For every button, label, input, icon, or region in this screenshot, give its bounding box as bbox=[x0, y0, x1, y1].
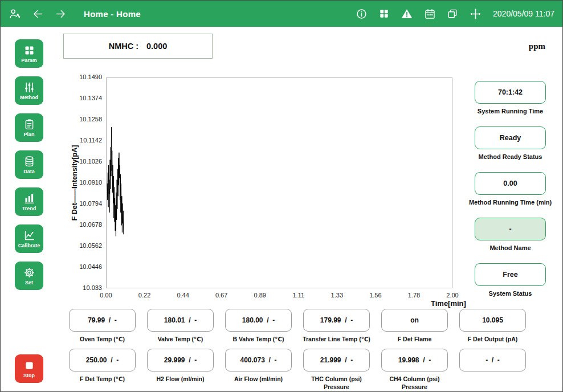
f-det-temp-value: 250.00 / - bbox=[69, 349, 136, 371]
y-tick-label: 10.1258 bbox=[79, 116, 102, 122]
y-tick-label: 10.033 bbox=[83, 284, 102, 291]
stop-button[interactable]: Stop bbox=[15, 354, 43, 383]
oven-temp-label: Oven Temp (℃) bbox=[80, 336, 125, 343]
windows-overlap-icon[interactable] bbox=[446, 7, 459, 20]
x-tick-label: 1.11 bbox=[292, 292, 304, 299]
ch4-column-pressure-label-2: Pressure bbox=[402, 383, 427, 391]
y-tick-label: 10.1142 bbox=[80, 137, 102, 144]
status-group-method-running-time: 0.00 Method Running Time (min) bbox=[475, 172, 546, 206]
forward-arrow-button[interactable] bbox=[54, 7, 67, 20]
main-content: NMHC : 0.000 ppm F Det——Intensity[pA] 10… bbox=[58, 27, 562, 391]
valve-temp-cell: 180.01 / - Valve Temp (℃) bbox=[147, 309, 214, 343]
sidebar-item-calibrate[interactable]: Calibrate bbox=[15, 224, 43, 253]
status-group-method-name: - Method Name bbox=[475, 218, 546, 251]
status-group-method-ready-status: Ready Method Ready Status bbox=[475, 126, 546, 160]
nmhc-label: NMHC : bbox=[109, 42, 138, 51]
y-tick-label: 10.0794 bbox=[79, 200, 102, 207]
method-name-value: - bbox=[475, 218, 546, 240]
air-flow-label: Air Flow (ml/min) bbox=[234, 375, 283, 383]
ch4-column-pressure-label: CH4 Column (psi) bbox=[389, 375, 439, 383]
nmhc-value: 0.000 bbox=[146, 42, 167, 51]
thc-column-pressure-label-2: Pressure bbox=[324, 383, 349, 391]
spare-value: - / - bbox=[459, 349, 526, 371]
move-cross-icon[interactable] bbox=[469, 7, 482, 20]
x-tick-label: 0.44 bbox=[177, 292, 189, 299]
x-tick-label: 1.33 bbox=[331, 292, 343, 299]
ch4-column-pressure-value: 19.998 / - bbox=[381, 349, 448, 371]
oven-temp-cell: 79.99 / - Oven Temp (℃) bbox=[69, 309, 136, 343]
unit-label: ppm bbox=[529, 42, 545, 51]
x-tick-label: 1.56 bbox=[369, 292, 381, 299]
y-tick-label: 10.1490 bbox=[79, 74, 102, 80]
sidebar-item-trend[interactable]: Trend bbox=[15, 187, 43, 216]
system-running-time-label: System Running Time bbox=[478, 108, 543, 115]
x-axis-ticks: 0.000.220.440.670.891.111.331.561.782.00 bbox=[106, 292, 452, 300]
h2-flow-cell: 29.999 / - H2 Flow (ml/min) bbox=[147, 349, 214, 391]
y-tick-label: 10.0446 bbox=[79, 263, 102, 270]
method-ready-status-value: Ready bbox=[475, 126, 546, 149]
method-name-label: Method Name bbox=[489, 244, 531, 251]
nmhc-reading-box: NMHC : 0.000 bbox=[63, 34, 213, 59]
bottom-row-2: 250.00 / - F Det Temp (℃) 29.999 / - H2 … bbox=[69, 349, 526, 391]
sidebar-item-data[interactable]: Data bbox=[15, 150, 43, 179]
top-bar: Home - Home bbox=[1, 1, 562, 27]
x-tick-label: 0.22 bbox=[138, 292, 150, 299]
chart-canvas bbox=[107, 78, 453, 289]
grid-apps-icon[interactable] bbox=[378, 7, 390, 20]
status-group-system-running-time: 70:1:42 System Running Time bbox=[475, 81, 546, 115]
transfer-line-temp-cell: 179.99 / - Transfer Line Temp (℃) bbox=[303, 309, 370, 343]
f-det-output-label: F Det Output (pA) bbox=[468, 336, 517, 343]
f-det-flame-value: on bbox=[381, 309, 448, 332]
b-valve-temp-label: B Valve Temp (℃) bbox=[232, 336, 284, 343]
h2-flow-value: 29.999 / - bbox=[147, 349, 214, 371]
top-bar-left: Home - Home bbox=[9, 7, 141, 20]
b-valve-temp-cell: 180.00 / - B Valve Temp (℃) bbox=[225, 309, 292, 343]
warning-icon[interactable] bbox=[401, 7, 413, 20]
stop-square-icon bbox=[23, 360, 35, 371]
h2-flow-label: H2 Flow (ml/min) bbox=[157, 375, 205, 383]
user-icon[interactable] bbox=[9, 7, 21, 20]
transfer-line-temp-label: Transfer Line Temp (℃) bbox=[303, 336, 370, 343]
calendar-icon[interactable] bbox=[423, 7, 436, 20]
ch4-column-pressure-cell: 19.998 / - CH4 Column (psi) Pressure bbox=[381, 349, 448, 391]
air-flow-value: 400.073 / - bbox=[225, 349, 292, 371]
f-det-temp-cell: 250.00 / - F Det Temp (℃) bbox=[69, 349, 136, 391]
y-tick-label: 10.0910 bbox=[79, 179, 102, 186]
x-tick-label: 0.89 bbox=[254, 292, 266, 299]
thc-column-pressure-value: 21.999 / - bbox=[303, 349, 370, 371]
f-det-output-cell: 10.095 F Det Output (pA) bbox=[459, 309, 526, 343]
top-bar-right: 2020/05/09 11:07 bbox=[355, 7, 554, 20]
sidebar-item-plan[interactable]: Plan bbox=[15, 113, 43, 142]
spare-value-cell: - / - bbox=[459, 349, 526, 391]
clipboard-icon bbox=[23, 119, 35, 130]
x-tick-label: 2.00 bbox=[446, 292, 458, 299]
signal-trace bbox=[107, 127, 124, 236]
status-panel: 70:1:42 System Running Time Ready Method… bbox=[475, 81, 546, 309]
method-ready-status-label: Method Ready Status bbox=[479, 153, 542, 160]
sidebar-item-label: Set bbox=[25, 280, 33, 285]
sidebar: Param Method Plan bbox=[1, 27, 58, 391]
f-det-output-value: 10.095 bbox=[459, 309, 526, 332]
sidebar-item-method[interactable]: Method bbox=[15, 76, 43, 105]
sidebar-item-label: Method bbox=[20, 95, 38, 100]
info-icon[interactable] bbox=[355, 7, 368, 20]
chart-plot-area bbox=[106, 77, 452, 288]
back-arrow-button[interactable] bbox=[31, 7, 44, 20]
datetime-label: 2020/05/09 11:07 bbox=[493, 9, 554, 18]
sidebar-item-label: Calibrate bbox=[18, 243, 40, 248]
valve-temp-value: 180.01 / - bbox=[147, 309, 214, 332]
f-det-temp-label: F Det Temp (℃) bbox=[80, 375, 125, 383]
method-running-time-value: 0.00 bbox=[475, 172, 546, 195]
sidebar-item-set[interactable]: Set bbox=[15, 262, 43, 290]
database-icon bbox=[23, 156, 35, 168]
method-running-time-label: Method Running Time (min) bbox=[469, 199, 552, 206]
bottom-row-1: 79.99 / - Oven Temp (℃) 180.01 / - Valve… bbox=[69, 309, 526, 343]
y-tick-label: 10.1026 bbox=[79, 158, 102, 165]
sidebar-item-param[interactable]: Param bbox=[15, 39, 43, 68]
y-axis-ticks: 10.149010.137410.125810.114210.102610.09… bbox=[58, 77, 104, 288]
f-det-flame-label: F Det Flame bbox=[398, 336, 432, 343]
thc-column-pressure-cell: 21.999 / - THC Column (psi) Pressure bbox=[303, 349, 370, 391]
sidebar-item-label: Trend bbox=[22, 206, 36, 211]
x-tick-label: 0.67 bbox=[215, 292, 227, 299]
transfer-line-temp-value: 179.99 / - bbox=[303, 309, 370, 332]
